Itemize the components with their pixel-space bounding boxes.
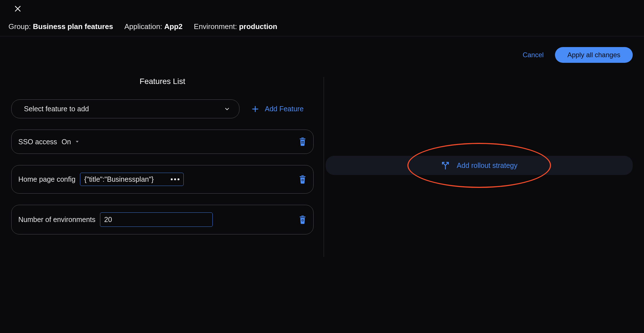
svg-rect-6 — [300, 139, 306, 139]
breadcrumb-application: Application: App2 — [124, 22, 183, 31]
close-button[interactable] — [14, 5, 21, 12]
breadcrumb-group: Group: Business plan features — [8, 22, 113, 31]
svg-marker-4 — [76, 141, 79, 143]
feature-value-input[interactable] — [100, 212, 213, 227]
trash-icon — [299, 175, 307, 184]
close-icon — [14, 5, 21, 12]
breadcrumb-application-value: App2 — [164, 22, 183, 31]
delete-feature-button[interactable] — [299, 137, 307, 146]
svg-rect-5 — [301, 137, 304, 138]
feature-state-dropdown[interactable]: On — [62, 138, 81, 146]
breadcrumb-group-label: Group: — [8, 22, 31, 31]
svg-rect-11 — [300, 176, 306, 177]
breadcrumb-group-value: Business plan features — [33, 22, 113, 31]
add-feature-label: Add Feature — [265, 105, 304, 113]
delete-feature-button[interactable] — [299, 175, 307, 184]
feature-state-value: On — [62, 138, 71, 146]
trash-icon — [299, 137, 307, 146]
breadcrumb-environment-label: Environment: — [194, 22, 237, 31]
trash-icon — [299, 215, 307, 224]
add-feature-button[interactable]: Add Feature — [251, 105, 304, 113]
svg-rect-10 — [301, 175, 304, 176]
cancel-button[interactable]: Cancel — [523, 51, 544, 59]
more-icon — [171, 178, 179, 180]
chevron-down-icon — [74, 138, 81, 145]
feature-name: Number of environments — [18, 216, 96, 224]
split-arrows-icon — [441, 161, 450, 170]
svg-rect-16 — [300, 216, 306, 217]
actions-bar: Cancel Apply all changes — [0, 36, 644, 63]
feature-row: Number of environments — [11, 205, 314, 234]
feature-row: Home page config {"title":"Businessplan"… — [11, 165, 314, 194]
feature-row: SSO access On — [11, 130, 314, 154]
apply-all-button[interactable]: Apply all changes — [555, 47, 633, 63]
delete-feature-button[interactable] — [299, 215, 307, 224]
add-rollout-strategy-button[interactable]: Add rollout strategy — [326, 156, 633, 175]
feature-value-text: {"title":"Businessplan"} — [84, 175, 154, 183]
features-list-title: Features List — [11, 77, 314, 86]
feature-value-box[interactable]: {"title":"Businessplan"} — [80, 173, 184, 186]
breadcrumb-application-label: Application: — [124, 22, 162, 31]
breadcrumb: Group: Business plan features Applicatio… — [0, 14, 644, 36]
features-panel: Features List Select feature to add — [11, 77, 324, 257]
breadcrumb-environment-value: production — [239, 22, 277, 31]
add-rollout-strategy-label: Add rollout strategy — [457, 161, 517, 170]
feature-name: Home page config — [18, 175, 75, 183]
chevron-down-icon — [224, 106, 230, 112]
breadcrumb-environment: Environment: production — [194, 22, 277, 31]
plus-icon — [251, 105, 259, 113]
rollout-panel: Add rollout strategy — [324, 77, 633, 257]
feature-name: SSO access — [18, 138, 57, 146]
select-feature-placeholder: Select feature to add — [24, 105, 89, 113]
svg-rect-15 — [301, 216, 304, 216]
select-feature-dropdown[interactable]: Select feature to add — [11, 99, 239, 118]
